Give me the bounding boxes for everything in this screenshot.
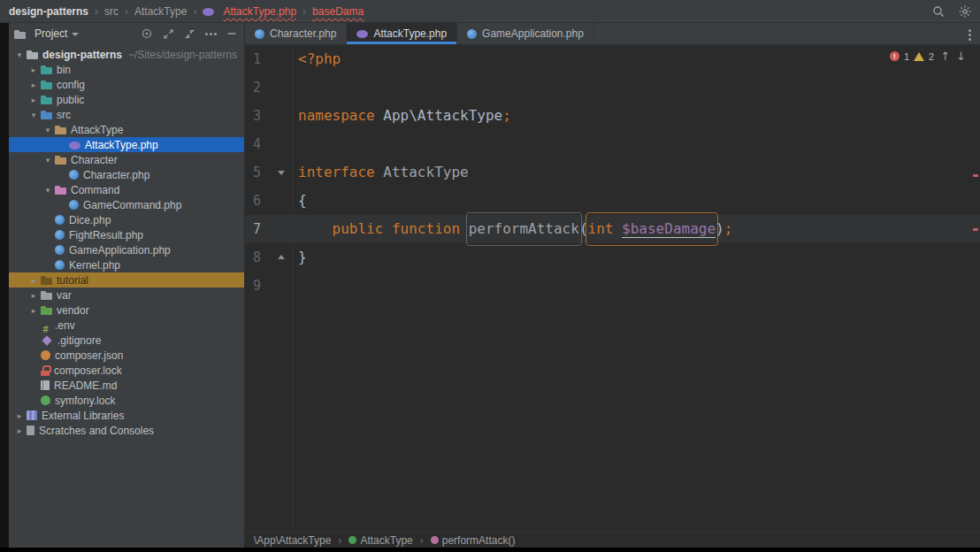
chevron-open-icon[interactable]: ▾ [12, 50, 27, 59]
chevron-closed-icon[interactable]: ▸ [27, 306, 41, 315]
line-number: 2 [245, 73, 261, 102]
code-line-4[interactable]: 4 [245, 130, 980, 158]
status-breadcrumb-item-attacktype[interactable]: AttackType [348, 534, 412, 547]
code-editor[interactable]: 1<?php23namespace App\AttackType;45inter… [245, 45, 980, 532]
tree-item-label: README.md [54, 380, 117, 392]
tree-item-var[interactable]: ▸var [9, 288, 244, 303]
chevron-closed-icon[interactable]: ▸ [12, 411, 27, 420]
tab-gameapplication-php[interactable]: GameApplication.php [457, 23, 594, 44]
tree-item-env[interactable]: .env [9, 318, 244, 333]
gutter-icon-slot [261, 158, 293, 187]
more-options-icon[interactable] [205, 33, 217, 35]
tree-item-gitignore[interactable]: .gitignore [9, 333, 244, 348]
code-text: <?php [293, 45, 341, 73]
gutter-icon-slot [261, 73, 293, 102]
code-line-8[interactable]: 8} [245, 243, 980, 272]
prev-problem-arrow-icon[interactable] [940, 50, 950, 63]
line-number: 6 [245, 187, 261, 215]
parent-marker-icon[interactable] [278, 255, 285, 259]
expand-all-icon[interactable] [163, 28, 174, 40]
tree-item-gamecommand-php[interactable]: GameCommand.php [9, 197, 244, 212]
chevron-open-icon[interactable]: ▾ [41, 156, 55, 165]
php-icon [69, 142, 80, 150]
breadcrumb-item-attacktype[interactable]: AttackType [134, 5, 187, 18]
settings-gear-icon[interactable] [959, 5, 971, 18]
top-navigation-bar: design-patterns›src›AttackType›AttackTyp… [0, 0, 980, 23]
tree-item-external-libraries[interactable]: ▸External Libraries [9, 408, 244, 423]
tree-item-design-patterns[interactable]: ▾design-patterns~/Sites/design-patterns [9, 47, 244, 62]
tree-item-kernel-php[interactable]: Kernel.php [9, 257, 244, 272]
tree-item-dice-php[interactable]: Dice.php [9, 212, 244, 227]
status-breadcrumb-item-performattack[interactable]: performAttack() [431, 534, 516, 547]
status-breadcrumb: \App\AttackType›AttackType›performAttack… [254, 534, 515, 547]
tree-item-config[interactable]: ▸config [9, 77, 244, 92]
chevron-closed-icon[interactable]: ▸ [27, 65, 41, 74]
folder-icon [55, 155, 66, 165]
tool-window-stripe[interactable] [0, 23, 9, 548]
hide-panel-icon[interactable] [226, 28, 237, 39]
tree-item-fightresult-php[interactable]: FightResult.php [9, 227, 244, 242]
tab-character-php[interactable]: Character.php [245, 23, 347, 44]
breadcrumb-item-design-patterns[interactable]: design-patterns [9, 5, 88, 18]
main-area: Project ▾design-patterns~/Sites/design-p… [0, 23, 980, 548]
tree-item-character[interactable]: ▾Character [9, 152, 244, 167]
folder-icon [41, 95, 52, 104]
chevron-down-icon[interactable] [72, 33, 79, 36]
chevron-closed-icon[interactable]: ▸ [27, 96, 41, 104]
error-stripe-mark[interactable] [973, 174, 978, 177]
chevron-closed-icon[interactable]: ▸ [27, 80, 41, 89]
error-stripe[interactable] [971, 45, 980, 532]
tree-item-composer-json[interactable]: composer.json [9, 348, 244, 363]
tree-item-tutorial[interactable]: ▸tutorial [9, 272, 244, 288]
inspection-widget[interactable]: 1 2 [890, 50, 966, 63]
tree-item-symfony-lock[interactable]: symfony.lock [9, 393, 244, 408]
tab-options-icon[interactable] [969, 29, 971, 41]
tree-item-readme-md[interactable]: README.md [9, 378, 244, 393]
tree-item-label: public [57, 94, 84, 106]
tree-item-attacktype-php[interactable]: AttackType.php [9, 137, 244, 152]
collapse-all-icon[interactable] [184, 28, 195, 40]
highlight-box: performAttack [469, 215, 579, 243]
implementations-marker-icon[interactable] [278, 171, 285, 175]
error-stripe-mark[interactable] [973, 228, 978, 231]
code-line-9[interactable]: 9 [245, 272, 980, 300]
breadcrumb-item-src[interactable]: src [104, 5, 119, 18]
locate-file-icon[interactable] [141, 27, 153, 40]
chevron-closed-icon[interactable]: ▸ [12, 426, 27, 435]
code-line-3[interactable]: 3namespace App\AttackType; [245, 102, 980, 130]
tree-item-public[interactable]: ▸public [9, 92, 244, 107]
code-token: ; [724, 220, 733, 237]
code-line-7[interactable]: 7 public function performAttack(int $bas… [245, 215, 980, 243]
chevron-open-icon[interactable]: ▾ [41, 186, 55, 195]
chevron-closed-icon[interactable]: ▸ [27, 291, 41, 300]
next-problem-arrow-icon[interactable] [956, 50, 966, 63]
tree-item-src[interactable]: ▾src [9, 107, 244, 122]
code-line-5[interactable]: 5interface AttackType [245, 158, 980, 187]
tree-item-label: GameCommand.php [83, 199, 181, 211]
chevron-open-icon[interactable]: ▾ [27, 111, 41, 119]
status-breadcrumb-item-app-attacktype[interactable]: \App\AttackType [254, 534, 331, 547]
tree-item-command[interactable]: ▾Command [9, 182, 244, 197]
tree-item-vendor[interactable]: ▸vendor [9, 303, 244, 318]
breadcrumb-item-attacktype-php[interactable]: AttackType.php [203, 5, 296, 18]
line-number: 7 [245, 215, 261, 243]
chevron-open-icon[interactable]: ▾ [41, 126, 55, 134]
tree-item-character-php[interactable]: Character.php [9, 167, 244, 182]
code-token: ) [716, 220, 724, 237]
project-panel-title[interactable]: Project [34, 27, 67, 40]
tree-item-composer-lock[interactable]: composer.lock [9, 363, 244, 378]
class-icon [69, 200, 79, 210]
tree-item-attacktype[interactable]: ▾AttackType [9, 122, 244, 137]
breadcrumb-item-basedama[interactable]: baseDama [312, 5, 364, 18]
class-icon [69, 170, 79, 180]
code-line-2[interactable]: 2 [245, 73, 980, 102]
search-icon[interactable] [932, 5, 945, 18]
chevron-closed-icon[interactable]: ▸ [27, 276, 41, 285]
code-line-1[interactable]: 1<?php [245, 45, 980, 73]
tree-item-bin[interactable]: ▸bin [9, 62, 244, 77]
code-line-6[interactable]: 6{ [245, 187, 980, 215]
tree-item-scratches-and-consoles[interactable]: ▸Scratches and Consoles [9, 423, 244, 438]
class-icon [55, 230, 65, 240]
tree-item-gameapplication-php[interactable]: GameApplication.php [9, 242, 244, 257]
tab-attacktype-php[interactable]: AttackType.php [347, 23, 457, 44]
